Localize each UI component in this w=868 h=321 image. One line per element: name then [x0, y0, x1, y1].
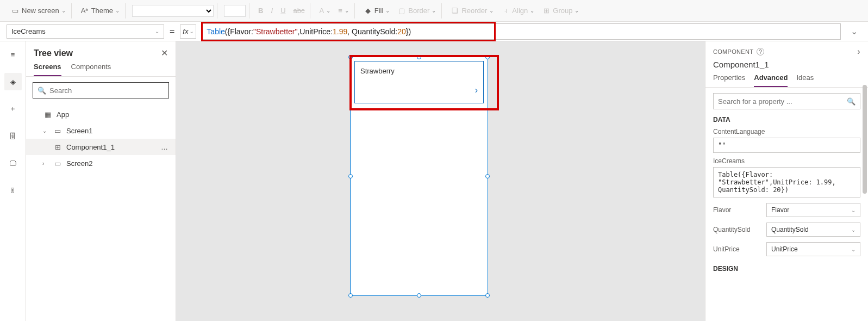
- rail-data[interactable]: 🗄: [4, 127, 22, 145]
- gallery-item[interactable]: Strawberry ›: [354, 61, 484, 103]
- tab-screens[interactable]: Screens: [34, 63, 61, 76]
- app-icon: ▦: [43, 110, 52, 119]
- align-label: Align: [512, 7, 528, 15]
- resize-handle[interactable]: [348, 293, 353, 298]
- fill-button[interactable]: ◆ Fill ⌄: [361, 5, 392, 16]
- resize-handle[interactable]: [485, 55, 490, 59]
- resize-handle[interactable]: [485, 174, 490, 178]
- align-button[interactable]: ⫞ Align ⌄: [499, 5, 536, 16]
- sliders-icon: 🎚: [9, 187, 16, 195]
- gallery-item-flavor: Strawberry: [360, 67, 395, 75]
- new-screen-button[interactable]: ▭ New screen ⌄: [9, 5, 68, 16]
- properties-panel: COMPONENT ? › Component1_1 Properties Ad…: [705, 41, 868, 321]
- component-icon: ⊞: [53, 143, 62, 151]
- rail-settings[interactable]: 🎚: [4, 182, 22, 199]
- tab-ideas[interactable]: Ideas: [796, 73, 814, 87]
- border-button[interactable]: ▢ Border ⌄: [395, 5, 438, 16]
- rail-tree-view[interactable]: ◈: [4, 73, 22, 90]
- reorder-button[interactable]: ❏ Reorder ⌄: [448, 5, 496, 16]
- resize-handle[interactable]: [348, 55, 353, 59]
- formula-expand-button[interactable]: ⌄: [846, 26, 861, 36]
- tab-components[interactable]: Components: [71, 63, 111, 76]
- tree-node-label: Screen1: [66, 127, 92, 135]
- search-icon: 🔍: [847, 97, 855, 106]
- fx-label: fx: [183, 27, 188, 35]
- chevron-down-icon: ⌄: [385, 8, 390, 14]
- tree-node-label: Component1_1: [66, 143, 115, 151]
- panel-header-label: COMPONENT: [713, 48, 753, 55]
- unitprice-value: UnitPrice: [771, 245, 798, 253]
- tree-node-label: App: [57, 110, 69, 119]
- unitprice-select[interactable]: UnitPrice ⌄: [766, 242, 860, 256]
- more-options-button[interactable]: …: [161, 143, 169, 151]
- media-icon: 🖵: [9, 159, 16, 168]
- bold-button[interactable]: B: [256, 5, 265, 16]
- new-screen-label: New screen: [22, 7, 59, 15]
- tree-node-label: Screen2: [66, 159, 92, 168]
- formula-input[interactable]: Table({Flavor: "Strawbetter",UnitPrice: …: [202, 23, 841, 40]
- resize-handle[interactable]: [485, 293, 490, 298]
- property-search-input[interactable]: [718, 97, 847, 106]
- property-name: IceCreams: [11, 27, 46, 35]
- property-search[interactable]: 🔍: [713, 93, 860, 109]
- underline-button[interactable]: U: [278, 5, 288, 16]
- group-button[interactable]: ⊞ Group ⌄: [540, 5, 581, 16]
- tree-node-component1-1[interactable]: ⊞ Component1_1 …: [26, 139, 176, 155]
- ribbon-toolbar: ▭ New screen ⌄ Aᵃ Theme ⌄ B I U abc A⌄ ≡…: [0, 0, 868, 22]
- chevron-right-icon[interactable]: ›: [475, 85, 478, 95]
- chevron-right-icon[interactable]: ›: [42, 160, 49, 166]
- tab-advanced[interactable]: Advanced: [754, 73, 788, 87]
- scrollbar-thumb[interactable]: [863, 85, 867, 194]
- help-icon[interactable]: ?: [757, 48, 764, 55]
- font-family-select[interactable]: [132, 5, 214, 17]
- quantitysold-value: QuantitySold: [771, 226, 809, 233]
- left-rail: ≡ ◈ ＋ 🗄 🖵 🎚: [0, 41, 26, 321]
- chevron-down-icon[interactable]: ⌄: [42, 128, 49, 134]
- resize-handle[interactable]: [348, 174, 353, 178]
- tree-search-input[interactable]: [49, 87, 164, 95]
- tree-view-title: Tree view: [34, 48, 161, 58]
- resize-handle[interactable]: [417, 55, 421, 59]
- quantitysold-select[interactable]: QuantitySold ⌄: [766, 223, 860, 237]
- flavor-label: Flavor: [713, 206, 762, 214]
- resize-handle[interactable]: [417, 293, 421, 298]
- tree-node-screen1[interactable]: ⌄ ▭ Screen1: [26, 122, 176, 139]
- property-selector[interactable]: IceCreams ⌄: [7, 24, 164, 39]
- fill-icon: ◆: [364, 7, 372, 15]
- italic-button[interactable]: I: [269, 5, 276, 16]
- formula-token-fn: Table: [207, 27, 224, 36]
- font-color-button[interactable]: A⌄: [317, 5, 333, 16]
- chevron-down-icon: ⌄: [851, 227, 855, 233]
- screen-icon: ▭: [53, 127, 62, 135]
- close-panel-button[interactable]: ✕: [161, 48, 168, 58]
- plus-icon: ＋: [9, 104, 16, 114]
- chevron-down-icon: ⌄: [155, 28, 159, 34]
- theme-button[interactable]: Aᵃ Theme ⌄: [78, 5, 122, 16]
- chevron-down-icon: ⌄: [851, 207, 855, 213]
- canvas[interactable]: Strawberry ›: [176, 41, 705, 321]
- quantitysold-label: QuantitySold: [713, 226, 762, 233]
- chevron-down-icon: ⌄: [432, 8, 436, 14]
- fill-label: Fill: [374, 7, 384, 15]
- icecreams-field[interactable]: Table({Flavor: "Strawbetter",UnitPrice: …: [713, 167, 860, 197]
- expand-panel-button[interactable]: ›: [857, 47, 860, 57]
- rail-hamburger[interactable]: ≡: [4, 46, 22, 63]
- theme-icon: Aᵃ: [80, 7, 89, 15]
- tree-node-app[interactable]: ▦ App: [26, 106, 176, 122]
- main-area: ≡ ◈ ＋ 🗄 🖵 🎚 Tree view ✕ Screens Componen…: [0, 41, 868, 321]
- text-align-button[interactable]: ≡⌄: [336, 5, 351, 16]
- tab-properties[interactable]: Properties: [713, 73, 745, 87]
- strike-button[interactable]: abc: [291, 5, 307, 16]
- chevron-down-icon: ⌄: [851, 26, 858, 36]
- fx-button[interactable]: fx ⌄: [180, 24, 196, 39]
- rail-insert[interactable]: ＋: [4, 100, 22, 118]
- contentlanguage-field[interactable]: "": [713, 138, 860, 153]
- flavor-select[interactable]: Flavor ⌄: [766, 203, 860, 217]
- contentlanguage-label: ContentLanguage: [713, 128, 860, 135]
- rail-media[interactable]: 🖵: [4, 155, 22, 172]
- tree-node-screen2[interactable]: › ▭ Screen2: [26, 155, 176, 171]
- database-icon: 🗄: [9, 132, 16, 140]
- theme-label: Theme: [91, 7, 113, 15]
- font-size-input[interactable]: [224, 5, 246, 17]
- tree-search[interactable]: 🔍: [33, 82, 169, 98]
